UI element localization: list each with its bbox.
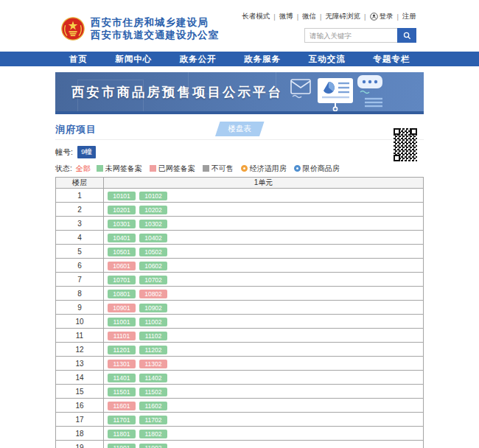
- unit-cell-10802[interactable]: 10802: [139, 290, 167, 298]
- floor-label: 2: [56, 203, 104, 217]
- floor-row: 91090110902: [56, 301, 424, 315]
- units-cell-container: 1110111102: [104, 329, 424, 343]
- floor-row: 61060110602: [56, 259, 424, 273]
- floor-header: 楼层: [56, 178, 104, 189]
- unit-cell-11702[interactable]: 11702: [139, 416, 167, 424]
- legend-label: 未网签备案: [105, 164, 142, 174]
- unit-cell-11001[interactable]: 11001: [108, 318, 136, 326]
- utility-separator: |: [364, 13, 366, 21]
- unit-cell-11602[interactable]: 11602: [139, 402, 167, 410]
- unit-cell-11502[interactable]: 11502: [139, 388, 167, 396]
- floor-row: 111110111102: [56, 329, 424, 343]
- tab-building-table[interactable]: 楼盘表: [215, 122, 264, 136]
- floor-row: 161160111602: [56, 399, 424, 413]
- status-filter-all[interactable]: 全部: [76, 164, 91, 174]
- unit-cell-11501[interactable]: 11501: [108, 388, 136, 396]
- unit-cell-11701[interactable]: 11701: [108, 416, 136, 424]
- nav-item-4[interactable]: 互动交流: [309, 54, 346, 65]
- search-input[interactable]: [304, 28, 397, 43]
- units-cell-container: 1090110902: [104, 301, 424, 315]
- nav-item-0[interactable]: 首页: [69, 54, 88, 65]
- utility-link-3[interactable]: 无障碍浏览: [326, 12, 361, 21]
- units-cell-container: 1100111002: [104, 315, 424, 329]
- floor-label: 17: [56, 413, 104, 427]
- unit-cell-10501[interactable]: 10501: [108, 248, 136, 256]
- nav-items: 首页新闻中心政务公开政务服务互动交流专题专栏: [55, 52, 424, 66]
- unit-cell-10902[interactable]: 10902: [139, 304, 167, 312]
- unit-cell-10102[interactable]: 10102: [139, 192, 167, 200]
- unit-cell-10302[interactable]: 10302: [139, 220, 167, 228]
- org-line1: 西安市住房和城乡建设局: [91, 16, 219, 29]
- units-cell-container: 1190111902: [104, 441, 424, 448]
- search-button[interactable]: [397, 28, 416, 43]
- utility-link-0[interactable]: 长者模式: [242, 12, 270, 21]
- nav-item-1[interactable]: 新闻中心: [115, 54, 152, 65]
- floor-row: 101100111002: [56, 315, 424, 329]
- units-cell-container: 1170111702: [104, 413, 424, 427]
- units-cell-container: 1040110402: [104, 231, 424, 245]
- nav-item-5[interactable]: 专题专栏: [373, 54, 410, 65]
- floor-label: 18: [56, 427, 104, 441]
- floor-row: 141140111402: [56, 371, 424, 385]
- unit-cell-11002[interactable]: 11002: [139, 318, 167, 326]
- unit-cell-10101[interactable]: 10101: [108, 192, 136, 200]
- legend-label: 不可售: [211, 164, 234, 174]
- unit-table: 楼层 1单元 110101101022102011020231030110302…: [55, 177, 424, 448]
- legend-items: 未网签备案已网签备案不可售经济适用房限价商品房: [97, 164, 347, 174]
- utility-separator: |: [273, 13, 275, 21]
- units-cell-container: 1160111602: [104, 399, 424, 413]
- legend-item-1[interactable]: 已网签备案: [150, 164, 195, 174]
- floor-row: 11010110102: [56, 189, 424, 203]
- legend-item-2[interactable]: 不可售: [203, 164, 234, 174]
- unit-cell-10202[interactable]: 10202: [139, 206, 167, 214]
- unit-cell-10602[interactable]: 10602: [139, 262, 167, 270]
- unit-cell-11302[interactable]: 11302: [139, 360, 167, 368]
- legend-item-0[interactable]: 未网签备案: [97, 164, 142, 174]
- unit-cell-10502[interactable]: 10502: [139, 248, 167, 256]
- unit-cell-10601[interactable]: 10601: [108, 262, 136, 270]
- utility-link-5[interactable]: 注册: [402, 12, 416, 21]
- unit-cell-11802[interactable]: 11802: [139, 430, 167, 438]
- controls: 幢号: 9幢 状态: 全部 未网签备案已网签备案不可售经济适用房限价商品房: [55, 140, 424, 173]
- floor-row: 171170111702: [56, 413, 424, 427]
- unit-cell-10901[interactable]: 10901: [108, 304, 136, 312]
- header-right: 长者模式|微博|微信|无障碍浏览|登录|注册: [240, 12, 416, 43]
- unit-cell-11902[interactable]: 11902: [139, 444, 167, 448]
- legend-circle-icon: [241, 165, 248, 172]
- nav-item-2[interactable]: 政务公开: [180, 54, 217, 65]
- unit-cell-11402[interactable]: 11402: [139, 374, 167, 382]
- unit-cell-11901[interactable]: 11901: [108, 444, 136, 448]
- unit-cell-11601[interactable]: 11601: [108, 402, 136, 410]
- unit-cell-10701[interactable]: 10701: [108, 276, 136, 284]
- utility-link-2[interactable]: 微信: [302, 12, 316, 21]
- floor-label: 3: [56, 217, 104, 231]
- unit-cell-10801[interactable]: 10801: [108, 290, 136, 298]
- unit-cell-11301[interactable]: 11301: [108, 360, 136, 368]
- unit-cell-11101[interactable]: 11101: [108, 332, 136, 340]
- floor-label: 5: [56, 245, 104, 259]
- unit-cell-11202[interactable]: 11202: [139, 346, 167, 354]
- search-bar: [240, 28, 416, 43]
- banner-title: 西安市商品房预售项目公示平台: [71, 83, 283, 101]
- unit-cell-11401[interactable]: 11401: [108, 374, 136, 382]
- utility-link-4[interactable]: 登录: [370, 12, 394, 21]
- tab-label: 楼盘表: [228, 124, 251, 134]
- legend-item-4[interactable]: 限价商品房: [294, 164, 340, 174]
- utility-link-1[interactable]: 微博: [279, 12, 293, 21]
- utility-separator: |: [397, 13, 399, 21]
- unit-cell-10702[interactable]: 10702: [139, 276, 167, 284]
- building-9-button[interactable]: 9幢: [77, 146, 96, 158]
- floor-label: 8: [56, 287, 104, 301]
- unit-cell-10401[interactable]: 10401: [108, 234, 136, 242]
- unit-cell-11201[interactable]: 11201: [108, 346, 136, 354]
- nav-item-3[interactable]: 政务服务: [244, 54, 281, 65]
- unit-cell-10201[interactable]: 10201: [108, 206, 136, 214]
- unit-cell-11801[interactable]: 11801: [108, 430, 136, 438]
- unit-cell-10301[interactable]: 10301: [108, 220, 136, 228]
- unit-cell-11102[interactable]: 11102: [139, 332, 167, 340]
- legend-item-3[interactable]: 经济适用房: [241, 164, 287, 174]
- floor-row: 151150111502: [56, 385, 424, 399]
- unit-cell-10402[interactable]: 10402: [139, 234, 167, 242]
- floor-label: 12: [56, 343, 104, 357]
- units-cell-container: 1050110502: [104, 245, 424, 259]
